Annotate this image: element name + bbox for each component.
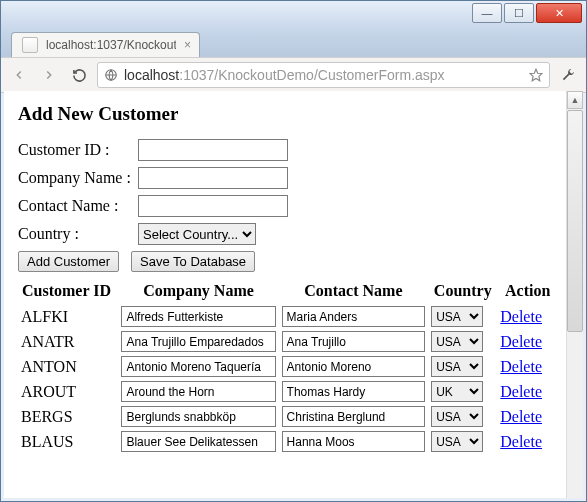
input-row-company-name[interactable] xyxy=(121,381,275,402)
window-titlebar: — ☐ ✕ xyxy=(1,1,586,29)
select-row-country[interactable]: USA xyxy=(431,306,483,327)
input-row-company-name[interactable] xyxy=(121,406,275,427)
cell-customer-id: BLAUS xyxy=(18,429,118,454)
tab-close-icon[interactable]: × xyxy=(184,38,191,52)
select-row-country[interactable]: USA xyxy=(431,356,483,377)
page-favicon-icon xyxy=(22,37,38,53)
input-row-company-name[interactable] xyxy=(121,356,275,377)
table-row: ANTONUSADelete xyxy=(18,354,558,379)
tab-strip: localhost:1037/KnockoutDe × xyxy=(1,29,586,57)
url-path: :1037/KnockoutDemo/CustomerForm.aspx xyxy=(179,67,444,83)
page-heading: Add New Customer xyxy=(18,103,569,125)
table-row: BLAUSUSADelete xyxy=(18,429,558,454)
table-row: ALFKIUSADelete xyxy=(18,304,558,329)
reload-button[interactable] xyxy=(67,63,91,87)
cell-customer-id: ANTON xyxy=(18,354,118,379)
forward-button[interactable] xyxy=(37,63,61,87)
input-row-company-name[interactable] xyxy=(121,431,275,452)
form-row-contact-name: Contact Name : xyxy=(18,195,569,217)
header-country: Country xyxy=(428,278,497,304)
close-icon: ✕ xyxy=(555,7,564,20)
input-row-contact-name[interactable] xyxy=(282,431,426,452)
scrollbar-thumb[interactable] xyxy=(567,110,583,332)
select-row-country[interactable]: USA xyxy=(431,331,483,352)
form-row-country: Country : Select Country... xyxy=(18,223,569,245)
toolbar: localhost:1037/KnockoutDemo/CustomerForm… xyxy=(1,57,586,93)
maximize-icon: ☐ xyxy=(514,7,524,20)
globe-icon xyxy=(104,68,118,82)
header-customer-id: Customer ID xyxy=(18,278,118,304)
customers-table: Customer ID Company Name Contact Name Co… xyxy=(18,278,558,454)
table-row: ANATRUSADelete xyxy=(18,329,558,354)
header-contact-name: Contact Name xyxy=(279,278,429,304)
address-bar[interactable]: localhost:1037/KnockoutDemo/CustomerForm… xyxy=(97,62,550,88)
form-row-customer-id: Customer ID : xyxy=(18,139,569,161)
select-country[interactable]: Select Country... xyxy=(138,223,256,245)
window-maximize-button[interactable]: ☐ xyxy=(504,3,534,23)
label-contact-name: Contact Name : xyxy=(18,197,138,215)
select-row-country[interactable]: UK xyxy=(431,381,483,402)
select-row-country[interactable]: USA xyxy=(431,406,483,427)
url-text: localhost:1037/KnockoutDemo/CustomerForm… xyxy=(124,67,523,83)
page-content: Add New Customer Customer ID : Company N… xyxy=(4,91,583,454)
arrow-left-icon xyxy=(12,68,26,82)
minimize-icon: — xyxy=(482,7,493,19)
input-contact-name[interactable] xyxy=(138,195,288,217)
input-customer-id[interactable] xyxy=(138,139,288,161)
input-row-contact-name[interactable] xyxy=(282,356,426,377)
bookmark-star-icon[interactable] xyxy=(529,68,543,82)
table-row: AROUTUKDelete xyxy=(18,379,558,404)
window-close-button[interactable]: ✕ xyxy=(536,3,582,23)
input-row-company-name[interactable] xyxy=(121,306,275,327)
header-action: Action xyxy=(497,278,558,304)
input-row-contact-name[interactable] xyxy=(282,381,426,402)
cell-customer-id: ALFKI xyxy=(18,304,118,329)
back-button[interactable] xyxy=(7,63,31,87)
input-row-contact-name[interactable] xyxy=(282,306,426,327)
browser-tab[interactable]: localhost:1037/KnockoutDe × xyxy=(11,32,200,57)
save-to-database-button[interactable]: Save To Database xyxy=(131,251,255,272)
input-row-contact-name[interactable] xyxy=(282,406,426,427)
url-host: localhost xyxy=(124,67,179,83)
select-row-country[interactable]: USA xyxy=(431,431,483,452)
scroll-up-icon[interactable]: ▲ xyxy=(567,91,583,109)
form-row-company-name: Company Name : xyxy=(18,167,569,189)
cell-customer-id: ANATR xyxy=(18,329,118,354)
delete-link[interactable]: Delete xyxy=(500,408,542,425)
window-minimize-button[interactable]: — xyxy=(472,3,502,23)
tab-title: localhost:1037/KnockoutDe xyxy=(46,38,176,52)
label-customer-id: Customer ID : xyxy=(18,141,138,159)
reload-icon xyxy=(72,68,87,83)
page-viewport: ▲ Add New Customer Customer ID : Company… xyxy=(4,91,583,498)
add-customer-button[interactable]: Add Customer xyxy=(18,251,119,272)
delete-link[interactable]: Delete xyxy=(500,358,542,375)
table-header-row: Customer ID Company Name Contact Name Co… xyxy=(18,278,558,304)
input-row-contact-name[interactable] xyxy=(282,331,426,352)
wrench-icon xyxy=(560,67,576,83)
input-company-name[interactable] xyxy=(138,167,288,189)
table-row: BERGSUSADelete xyxy=(18,404,558,429)
header-company-name: Company Name xyxy=(118,278,278,304)
delete-link[interactable]: Delete xyxy=(500,333,542,350)
delete-link[interactable]: Delete xyxy=(500,383,542,400)
label-company-name: Company Name : xyxy=(18,169,138,187)
browser-window: — ☐ ✕ localhost:1037/KnockoutDe × lo xyxy=(0,0,587,502)
delete-link[interactable]: Delete xyxy=(500,308,542,325)
cell-customer-id: AROUT xyxy=(18,379,118,404)
label-country: Country : xyxy=(18,225,138,243)
vertical-scrollbar[interactable]: ▲ xyxy=(566,91,583,498)
button-row: Add Customer Save To Database xyxy=(18,251,569,272)
svg-marker-1 xyxy=(530,69,542,81)
arrow-right-icon xyxy=(42,68,56,82)
cell-customer-id: BERGS xyxy=(18,404,118,429)
input-row-company-name[interactable] xyxy=(121,331,275,352)
delete-link[interactable]: Delete xyxy=(500,433,542,450)
settings-wrench-button[interactable] xyxy=(556,63,580,87)
